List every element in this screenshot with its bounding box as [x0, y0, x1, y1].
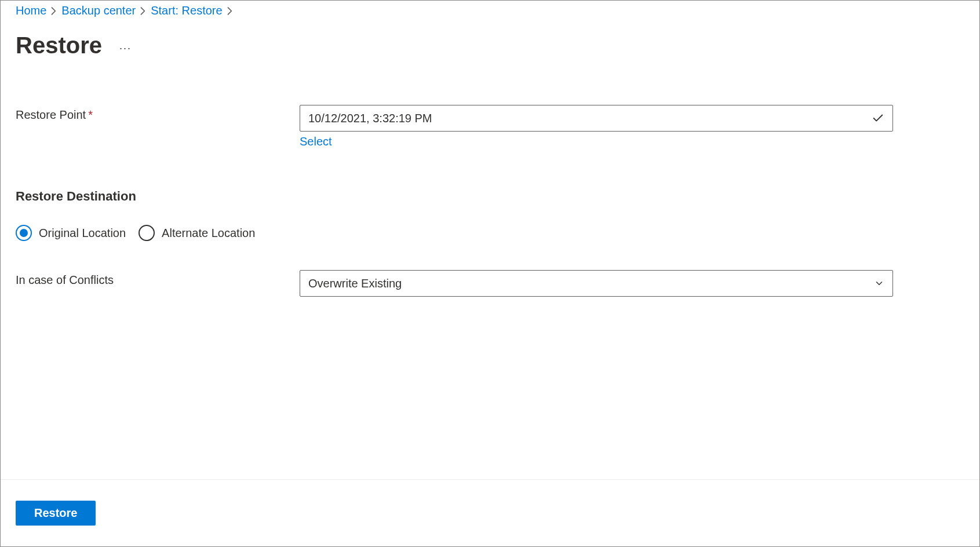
- breadcrumb-home[interactable]: Home: [16, 4, 46, 17]
- restore-point-label: Restore Point*: [16, 105, 300, 122]
- restore-point-value: 10/12/2021, 3:32:19 PM: [308, 112, 872, 125]
- destination-radio-group: Original Location Alternate Location: [16, 225, 964, 241]
- breadcrumb-start-restore[interactable]: Start: Restore: [151, 4, 222, 17]
- breadcrumb: Home Backup center Start: Restore: [16, 3, 964, 23]
- restore-destination-heading: Restore Destination: [16, 189, 964, 204]
- page-title: Restore: [16, 32, 102, 59]
- checkmark-icon: [872, 112, 884, 125]
- select-restore-point-link[interactable]: Select: [300, 135, 332, 148]
- restore-point-input[interactable]: 10/12/2021, 3:32:19 PM: [300, 105, 893, 132]
- conflicts-select[interactable]: Overwrite Existing: [300, 270, 893, 297]
- chevron-right-icon: [227, 7, 233, 15]
- radio-alternate-label: Alternate Location: [162, 227, 255, 240]
- chevron-right-icon: [51, 7, 57, 15]
- radio-selected-icon: [16, 225, 32, 241]
- chevron-right-icon: [140, 7, 146, 15]
- restore-button[interactable]: Restore: [16, 501, 96, 526]
- conflicts-value: Overwrite Existing: [308, 277, 874, 290]
- radio-unselected-icon: [139, 225, 155, 241]
- chevron-down-icon: [874, 278, 884, 289]
- breadcrumb-backup-center[interactable]: Backup center: [61, 4, 136, 17]
- radio-original-location[interactable]: Original Location: [16, 225, 126, 241]
- more-actions-button[interactable]: ···: [119, 37, 132, 54]
- conflicts-label: In case of Conflicts: [16, 270, 300, 287]
- radio-original-label: Original Location: [39, 227, 126, 240]
- footer-bar: Restore: [1, 479, 979, 546]
- radio-alternate-location[interactable]: Alternate Location: [139, 225, 255, 241]
